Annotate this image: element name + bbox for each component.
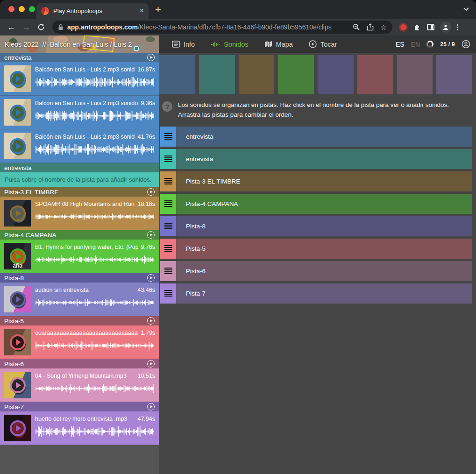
clip-thumbnail: aña [4, 243, 31, 269]
forward-button[interactable]: → [20, 21, 33, 34]
nav-item-sonidos[interactable]: Sonidos [205, 35, 254, 53]
reload-button[interactable] [35, 21, 48, 34]
drag-handle[interactable] [160, 149, 176, 169]
map-marker-icon [134, 46, 139, 51]
track-row-body[interactable]: Pista-5 [176, 239, 472, 259]
play-triangle-icon [16, 296, 21, 303]
browser-menu-icon[interactable] [457, 24, 458, 30]
track-header[interactable]: entrevista [0, 53, 159, 62]
map-thumbnail[interactable]: Kleos 2022 // Balcón en San Luis / Luis … [0, 35, 159, 53]
zoom-window-button[interactable] [29, 6, 35, 12]
track-row-body[interactable]: Pista-7 [176, 283, 472, 304]
track-section: entrevistaBalcón en San Luis - Luis 2.mp… [0, 53, 159, 163]
track-play-button[interactable] [147, 317, 155, 325]
play-triangle-icon [150, 56, 153, 59]
clip-item[interactable]: añaB1. Hymns for purifying water, Etc. (… [0, 240, 159, 273]
nav-item-mapa[interactable]: Mapa [259, 35, 298, 53]
track-header[interactable]: Pista-8 [0, 273, 159, 283]
track-header[interactable]: entrevista [0, 163, 159, 172]
clip-item[interactable]: ouaraaaaaaaaaaaaaaaaaaaaaaaaaaaaaaaaaaaa… [0, 325, 159, 359]
clip-play-button[interactable] [10, 420, 26, 436]
breadcrumb-title: Balcón en San Luis / Luis 2 [50, 41, 132, 48]
track-section: entrevistaPulsa sobre el nombre de la pi… [0, 163, 159, 187]
track-header[interactable]: Pista-7 [0, 402, 159, 411]
account-icon[interactable] [462, 40, 470, 49]
tab-search-chevron-icon[interactable] [463, 7, 469, 11]
breadcrumb-project[interactable]: Kleos 2022 [5, 41, 39, 48]
drag-handle[interactable] [160, 261, 176, 281]
clip-item[interactable]: 04 - Song of Yimeng Mountain.mp310.51s [0, 368, 159, 402]
nav-item-tocar[interactable]: Tocar [303, 35, 342, 53]
drag-handle[interactable] [160, 127, 176, 147]
minimize-window-button[interactable] [19, 6, 25, 12]
share-icon[interactable] [367, 23, 374, 31]
clip-duration: 10.51s [137, 373, 155, 379]
window-controls[interactable] [8, 6, 35, 12]
track-row-body[interactable]: Pista-6 [176, 261, 472, 281]
track-name: entrevista [4, 54, 32, 61]
lock-icon[interactable] [58, 24, 64, 30]
zoom-page-icon[interactable] [353, 23, 360, 31]
drag-handle[interactable] [160, 283, 176, 304]
close-tab-icon[interactable]: × [140, 7, 144, 14]
track-play-button[interactable] [147, 360, 155, 368]
track-row-body[interactable]: entrevista [176, 149, 472, 169]
track-row-body[interactable]: Pista-8 [176, 216, 472, 236]
track-header[interactable]: Pista-4 CAMPANA [0, 230, 159, 240]
nav-item-info[interactable]: Info [166, 35, 200, 53]
lang-es-button[interactable]: ES [396, 41, 405, 48]
side-panel-icon[interactable] [427, 24, 434, 30]
address-bar[interactable]: app.antropoloops.com/Kleos-Santa-Marina/… [52, 21, 392, 34]
track-header[interactable]: Pista-5 [0, 316, 159, 325]
url-text[interactable]: app.antropoloops.com/Kleos-Santa-Marina/… [67, 23, 349, 31]
new-tab-button[interactable]: + [155, 4, 161, 16]
track-section: Pista-4 CAMPANAañaB1. Hymns for purifyin… [0, 230, 159, 273]
clip-item[interactable]: Balcón en San Luis - Luis 2.mp3 sonido h… [0, 62, 159, 95]
drag-handle[interactable] [160, 239, 176, 259]
browser-profile-avatar[interactable] [440, 21, 451, 33]
drag-handle[interactable] [160, 171, 176, 191]
track-row-body[interactable]: Pista-3 EL TIMBRE [176, 171, 472, 191]
close-window-button[interactable] [8, 6, 14, 12]
clip-item[interactable]: Balcón en San Luis - Luis 2.mp3 sonido h… [0, 96, 159, 129]
clip-item[interactable]: huerto del rey moro entrevista .mp347.94… [0, 411, 159, 445]
track-row[interactable]: Pista-8 [160, 216, 472, 236]
lang-en-button[interactable]: EN [411, 41, 420, 48]
clip-play-button[interactable] [10, 105, 26, 120]
track-row[interactable]: Pista-6 [160, 261, 472, 281]
bookmark-star-icon[interactable]: ☆ [380, 23, 387, 32]
track-row[interactable]: Pista-5 [160, 239, 472, 259]
track-section: Pista-8audion sin entrevista43.46s [0, 273, 159, 316]
extensions-puzzle-icon[interactable] [413, 23, 421, 31]
track-row-body[interactable]: Pista-4 CAMPANA [176, 194, 472, 214]
track-row[interactable]: Pista-4 CAMPANA [160, 194, 472, 214]
clip-item[interactable]: Balcón en San Luis - Luis 2.mp3 sonido h… [0, 129, 159, 163]
clip-play-button[interactable] [10, 205, 26, 221]
clip-play-button[interactable] [10, 138, 26, 154]
clip-play-button[interactable] [10, 291, 26, 307]
back-button[interactable]: ← [5, 21, 18, 34]
track-row[interactable]: Pista-3 EL TIMBRE [160, 171, 472, 191]
clip-item[interactable]: SPOAMR 08 High Mountains and Running ...… [0, 197, 159, 230]
recorder-extension-icon[interactable] [400, 24, 406, 30]
track-play-button[interactable] [147, 188, 155, 196]
track-row[interactable]: entrevista [160, 127, 472, 147]
track-header[interactable]: Pista-6 [0, 359, 159, 368]
track-row[interactable]: Pista-7 [160, 283, 472, 304]
track-header[interactable]: Pista-3 EL TIMBRE [0, 187, 159, 197]
clip-play-button[interactable] [10, 71, 26, 87]
clip-play-button[interactable] [10, 334, 26, 350]
drag-handle[interactable] [160, 216, 176, 236]
clip-item[interactable]: audion sin entrevista43.46s [0, 283, 159, 316]
clip-play-button[interactable] [10, 248, 26, 264]
track-row[interactable]: entrevista [160, 149, 472, 169]
track-play-button[interactable] [147, 274, 155, 282]
clip-body: Balcón en San Luis - Luis 2.mp3 sonido h… [35, 99, 155, 126]
clip-play-button[interactable] [10, 377, 26, 393]
track-row-body[interactable]: entrevista [176, 127, 472, 147]
track-play-button[interactable] [147, 231, 155, 239]
browser-tab[interactable]: Play Antropoloops × [36, 3, 149, 19]
track-play-button[interactable] [147, 54, 155, 61]
track-play-button[interactable] [147, 403, 155, 410]
drag-handle[interactable] [160, 194, 176, 214]
